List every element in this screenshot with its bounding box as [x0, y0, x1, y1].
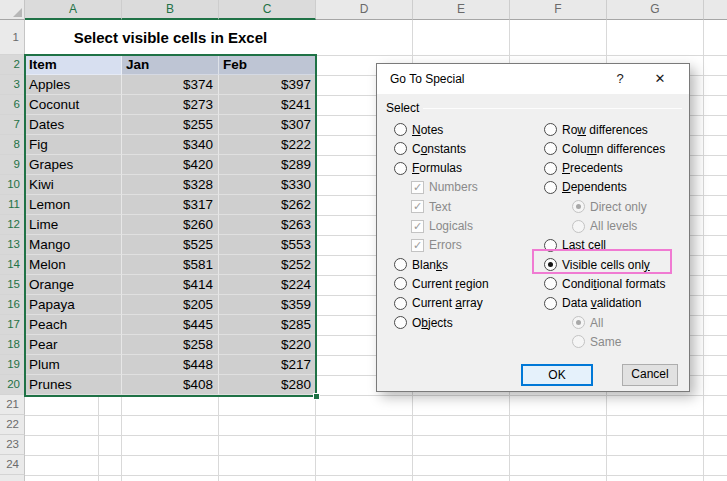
option-current-array[interactable]: Current array [394, 294, 483, 313]
cell-b6[interactable]: $273 [122, 95, 219, 115]
option-row-differences[interactable]: Row differences [544, 120, 648, 139]
option-precedents[interactable]: Precedents [544, 159, 623, 178]
row-header-11[interactable]: 11 [0, 195, 25, 215]
row-header-24[interactable]: 24 [0, 455, 25, 475]
option-notes[interactable]: Notes [394, 120, 443, 139]
row-header-12[interactable]: 12 [0, 215, 25, 235]
cell-b3[interactable]: $374 [122, 75, 219, 95]
option-dependents[interactable]: Dependents [544, 178, 627, 197]
dialog-titlebar[interactable]: Go To Special ? ✕ [377, 64, 689, 94]
row-header-22[interactable]: 22 [0, 415, 25, 435]
cell-c13[interactable]: $553 [219, 235, 316, 255]
cell-c9[interactable]: $289 [219, 155, 316, 175]
select-all-button[interactable] [0, 0, 25, 20]
row-header-13[interactable]: 13 [0, 235, 25, 255]
cell-a17[interactable]: Peach [25, 315, 122, 335]
cell-b15[interactable]: $414 [122, 275, 219, 295]
row-header-3[interactable]: 3 [0, 75, 25, 95]
row-header-2[interactable]: 2 [0, 55, 25, 75]
option-column-differences[interactable]: Column differences [544, 139, 665, 158]
cell-b20[interactable]: $408 [122, 375, 219, 395]
row-header-21[interactable]: 21 [0, 395, 25, 415]
cell-b16[interactable]: $205 [122, 295, 219, 315]
cell-c16[interactable]: $359 [219, 295, 316, 315]
column-header-b[interactable]: B [122, 0, 219, 20]
row-header-14[interactable]: 14 [0, 255, 25, 275]
row-header-18[interactable]: 18 [0, 335, 25, 355]
row-header-1[interactable]: 1 [0, 20, 25, 55]
column-header-e[interactable]: E [413, 0, 510, 20]
ok-button[interactable]: OK [521, 364, 593, 386]
cancel-button[interactable]: Cancel [622, 364, 678, 386]
column-header-d[interactable]: D [316, 0, 413, 20]
cell-a20[interactable]: Prunes [25, 375, 122, 395]
cell-c2-feb[interactable]: Feb [219, 55, 316, 75]
option-constants[interactable]: Constants [394, 139, 466, 158]
cell-c20[interactable]: $280 [219, 375, 316, 395]
cell-a1-title[interactable]: Select visible cells in Excel [25, 20, 316, 55]
cell-b19[interactable]: $448 [122, 355, 219, 375]
option-visible-cells-only[interactable]: Visible cells only [544, 255, 650, 274]
column-header-a[interactable]: A [25, 0, 122, 20]
cell-c19[interactable]: $217 [219, 355, 316, 375]
option-formulas[interactable]: Formulas [394, 159, 462, 178]
cell-a7[interactable]: Dates [25, 115, 122, 135]
cell-a11[interactable]: Lemon [25, 195, 122, 215]
row-header-8[interactable]: 8 [0, 135, 25, 155]
cell-a2-item[interactable]: Item [25, 55, 122, 75]
cell-c15[interactable]: $224 [219, 275, 316, 295]
cell-b14[interactable]: $581 [122, 255, 219, 275]
cell-a18[interactable]: Pear [25, 335, 122, 355]
close-button[interactable]: ✕ [646, 64, 674, 94]
cell-a13[interactable]: Mango [25, 235, 122, 255]
cell-c6[interactable]: $241 [219, 95, 316, 115]
option-data-validation[interactable]: Data validation [544, 294, 641, 313]
cell-b9[interactable]: $420 [122, 155, 219, 175]
cell-a3[interactable]: Apples [25, 75, 122, 95]
row-header-6[interactable]: 6 [0, 95, 25, 115]
cell-a8[interactable]: Fig [25, 135, 122, 155]
option-objects[interactable]: Objects [394, 313, 453, 332]
row-header-16[interactable]: 16 [0, 295, 25, 315]
help-button[interactable]: ? [606, 64, 634, 94]
column-header-f[interactable]: F [510, 0, 607, 20]
cell-b12[interactable]: $260 [122, 215, 219, 235]
option-current-region[interactable]: Current region [394, 274, 489, 293]
option-last-cell[interactable]: Last cell [544, 236, 606, 255]
cell-b10[interactable]: $328 [122, 175, 219, 195]
cell-c10[interactable]: $330 [219, 175, 316, 195]
cell-b13[interactable]: $525 [122, 235, 219, 255]
cell-a15[interactable]: Orange [25, 275, 122, 295]
cell-a9[interactable]: Grapes [25, 155, 122, 175]
cell-c14[interactable]: $252 [219, 255, 316, 275]
cell-c3[interactable]: $397 [219, 75, 316, 95]
row-header-9[interactable]: 9 [0, 155, 25, 175]
cell-a6[interactable]: Coconut [25, 95, 122, 115]
cell-b17[interactable]: $445 [122, 315, 219, 335]
cell-b8[interactable]: $340 [122, 135, 219, 155]
cell-b11[interactable]: $317 [122, 195, 219, 215]
cell-a19[interactable]: Plum [25, 355, 122, 375]
cell-b18[interactable]: $258 [122, 335, 219, 355]
cell-a16[interactable]: Papaya [25, 295, 122, 315]
row-header-23[interactable]: 23 [0, 435, 25, 455]
fill-handle[interactable] [313, 393, 320, 400]
cell-b2-jan[interactable]: Jan [122, 55, 219, 75]
row-header-7[interactable]: 7 [0, 115, 25, 135]
cell-c17[interactable]: $285 [219, 315, 316, 335]
cell-a10[interactable]: Kiwi [25, 175, 122, 195]
row-header-10[interactable]: 10 [0, 175, 25, 195]
cell-c12[interactable]: $263 [219, 215, 316, 235]
cell-a12[interactable]: Lime [25, 215, 122, 235]
cell-c11[interactable]: $262 [219, 195, 316, 215]
cell-a14[interactable]: Melon [25, 255, 122, 275]
cell-c7[interactable]: $307 [219, 115, 316, 135]
column-header-g[interactable]: G [607, 0, 704, 20]
row-header-20[interactable]: 20 [0, 375, 25, 395]
cell-c8[interactable]: $222 [219, 135, 316, 155]
row-header-15[interactable]: 15 [0, 275, 25, 295]
column-header-c[interactable]: C [219, 0, 316, 20]
cell-c18[interactable]: $220 [219, 335, 316, 355]
cell-b7[interactable]: $255 [122, 115, 219, 135]
option-blanks[interactable]: Blanks [394, 255, 448, 274]
